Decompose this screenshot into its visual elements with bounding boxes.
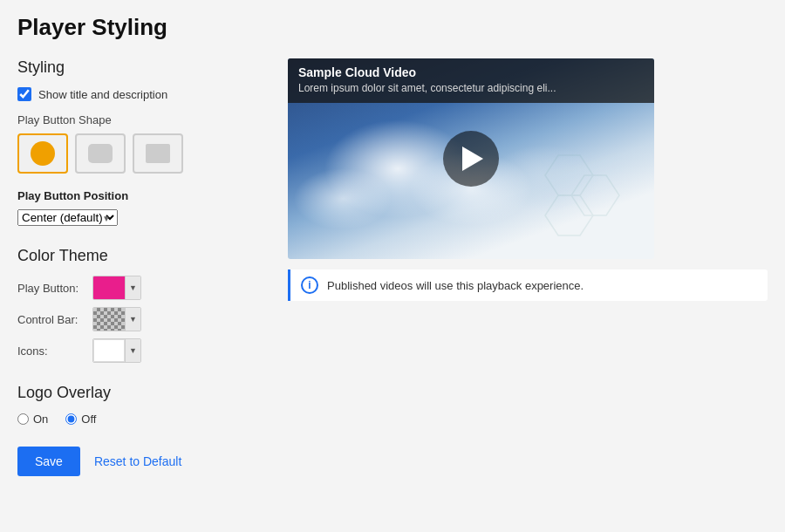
info-notice-text: Published videos will use this playback …	[327, 279, 584, 292]
styling-section: Styling Show title and description Play …	[17, 58, 262, 226]
icons-color-row: Icons: ▼	[17, 338, 262, 363]
rect-shape-icon	[146, 144, 170, 163]
play-triangle-icon	[462, 147, 483, 171]
logo-overlay-section: Logo Overlay On Off	[17, 384, 262, 426]
control-bar-color-label: Control Bar:	[17, 313, 87, 326]
icons-color-swatch-wrapper: ▼	[92, 338, 141, 363]
play-button-color-swatch	[93, 276, 125, 299]
control-bar-color-row: Control Bar: ▼	[17, 307, 262, 331]
control-bar-color-dropdown[interactable]: ▼	[125, 308, 140, 331]
shape-circle-button[interactable]	[17, 133, 68, 174]
save-button[interactable]: Save	[17, 447, 80, 476]
play-button-position-label: Play Button Position	[17, 189, 262, 202]
play-button-color-row: Play Button: ▼	[17, 276, 262, 300]
play-button-color-label: Play Button:	[17, 282, 87, 295]
logo-overlay-title: Logo Overlay	[17, 384, 262, 402]
footer-buttons: Save Reset to Default	[17, 447, 262, 476]
shape-rect-button[interactable]	[133, 133, 183, 174]
play-circle	[443, 131, 499, 187]
position-select[interactable]: Center (default) Top Left Top Right Bott…	[17, 209, 118, 226]
styling-section-title: Styling	[17, 58, 262, 77]
rounded-shape-icon	[88, 144, 113, 163]
icons-color-swatch	[93, 339, 125, 362]
position-select-wrapper: Center (default) Top Left Top Right Bott…	[17, 209, 118, 226]
video-thumbnail: Sample Cloud Video Lorem ipsum dolor sit…	[288, 58, 654, 259]
shape-options	[17, 133, 262, 174]
info-notice: i Published videos will use this playbac…	[288, 269, 768, 301]
logo-on-label[interactable]: On	[17, 413, 48, 426]
video-title: Sample Cloud Video	[298, 65, 644, 79]
hex-overlay	[532, 151, 637, 250]
logo-off-label[interactable]: Off	[65, 413, 96, 426]
show-title-row: Show title and description	[17, 87, 262, 101]
page-title: Player Styling	[17, 14, 768, 41]
video-title-bar: Sample Cloud Video Lorem ipsum dolor sit…	[288, 58, 654, 103]
info-icon: i	[301, 276, 318, 294]
video-description: Lorem ipsum dolor sit amet, consectetur …	[298, 82, 644, 94]
right-panel: Sample Cloud Video Lorem ipsum dolor sit…	[288, 58, 768, 301]
shape-rounded-button[interactable]	[75, 133, 126, 174]
circle-shape-icon	[31, 141, 55, 166]
video-preview: Sample Cloud Video Lorem ipsum dolor sit…	[288, 58, 654, 259]
play-button-color-dropdown[interactable]: ▼	[125, 276, 140, 299]
logo-off-radio[interactable]	[65, 413, 77, 425]
left-panel: Styling Show title and description Play …	[17, 58, 262, 476]
icons-color-dropdown[interactable]: ▼	[125, 339, 140, 362]
play-button-container[interactable]	[443, 131, 499, 187]
logo-overlay-radio-group: On Off	[17, 413, 262, 426]
show-title-label[interactable]: Show title and description	[38, 88, 167, 101]
play-button-shape-label: Play Button Shape	[17, 113, 262, 126]
play-button-color-swatch-wrapper: ▼	[92, 276, 141, 300]
reset-button[interactable]: Reset to Default	[94, 454, 181, 468]
control-bar-color-swatch-wrapper: ▼	[92, 307, 141, 331]
control-bar-color-swatch	[93, 308, 125, 331]
logo-on-radio[interactable]	[17, 413, 29, 425]
icons-color-label: Icons:	[17, 344, 87, 358]
show-title-checkbox[interactable]	[17, 87, 31, 101]
color-theme-section: Color Theme Play Button: ▼ Control Bar: …	[17, 247, 262, 363]
color-theme-title: Color Theme	[17, 247, 262, 265]
